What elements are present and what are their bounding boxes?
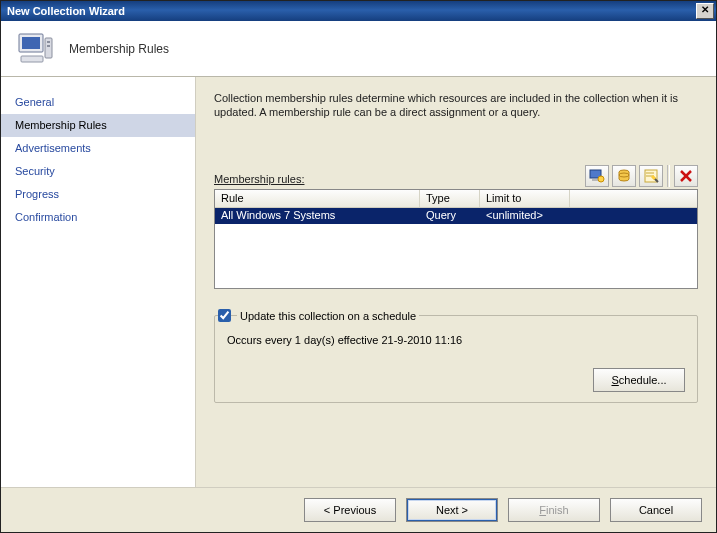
page-heading: Membership Rules (69, 42, 169, 56)
svg-point-8 (598, 176, 604, 182)
col-limit[interactable]: Limit to (480, 190, 570, 207)
schedule-check-row: Update this collection on a schedule (218, 309, 698, 322)
finish-button: Finish (508, 498, 600, 522)
computer-icon (15, 28, 55, 70)
rule-row[interactable]: All Windows 7 Systems Query <unlimited> (215, 208, 697, 224)
wizard-header: Membership Rules (1, 21, 716, 77)
rule-properties-button[interactable] (639, 165, 663, 187)
rules-list-body: All Windows 7 Systems Query <unlimited> (215, 208, 697, 288)
nav-general[interactable]: General (1, 91, 195, 114)
new-query-rule-button[interactable] (612, 165, 636, 187)
nav-progress[interactable]: Progress (1, 183, 195, 206)
col-rule[interactable]: Rule (215, 190, 420, 207)
col-type[interactable]: Type (420, 190, 480, 207)
rules-list-header: Rule Type Limit to (215, 190, 697, 208)
properties-icon (643, 168, 659, 184)
update-on-schedule-label[interactable]: Update this collection on a schedule (237, 310, 419, 322)
svg-rect-5 (21, 56, 43, 62)
wizard-body: General Membership Rules Advertisements … (1, 77, 716, 487)
nav-security[interactable]: Security (1, 160, 195, 183)
svg-rect-4 (47, 45, 50, 47)
next-button[interactable]: Next > (406, 498, 498, 522)
rules-label: Membership rules: (214, 173, 585, 187)
svg-rect-3 (47, 41, 50, 43)
rule-cell-filler (570, 208, 697, 224)
title-bar: New Collection Wizard ✕ (1, 1, 716, 21)
toolbar-separator (667, 165, 670, 187)
new-direct-rule-button[interactable] (585, 165, 609, 187)
delete-rule-button[interactable] (674, 165, 698, 187)
nav-confirmation[interactable]: Confirmation (1, 206, 195, 229)
rule-cell-name: All Windows 7 Systems (215, 208, 420, 224)
delete-icon (678, 168, 694, 184)
rules-toolbar (585, 165, 698, 187)
wizard-footer: < Previous Next > Finish Cancel (1, 487, 716, 532)
rules-header-row: Membership rules: (214, 165, 698, 187)
previous-button[interactable]: < Previous (304, 498, 396, 522)
close-icon: ✕ (701, 4, 709, 15)
svg-rect-1 (22, 37, 40, 49)
wizard-window: New Collection Wizard ✕ Membership Rules… (0, 0, 717, 533)
database-icon (616, 168, 632, 184)
window-title: New Collection Wizard (7, 5, 696, 17)
rule-cell-limit: <unlimited> (480, 208, 570, 224)
schedule-group: Update this collection on a schedule Occ… (214, 309, 698, 403)
close-button[interactable]: ✕ (696, 3, 714, 19)
rules-listview[interactable]: Rule Type Limit to All Windows 7 Systems… (214, 189, 698, 289)
computer-rule-icon (589, 168, 605, 184)
page-description: Collection membership rules determine wh… (214, 91, 698, 119)
wizard-content: Collection membership rules determine wh… (196, 77, 716, 487)
update-on-schedule-checkbox[interactable] (218, 309, 231, 322)
nav-membership-rules[interactable]: Membership Rules (1, 114, 195, 137)
nav-advertisements[interactable]: Advertisements (1, 137, 195, 160)
schedule-box: Occurs every 1 day(s) effective 21-9-201… (214, 315, 698, 403)
rule-cell-type: Query (420, 208, 480, 224)
schedule-button[interactable]: Schedule... (593, 368, 685, 392)
wizard-sidebar: General Membership Rules Advertisements … (1, 77, 196, 487)
col-filler (570, 190, 697, 207)
cancel-button[interactable]: Cancel (610, 498, 702, 522)
schedule-summary: Occurs every 1 day(s) effective 21-9-201… (227, 334, 685, 368)
